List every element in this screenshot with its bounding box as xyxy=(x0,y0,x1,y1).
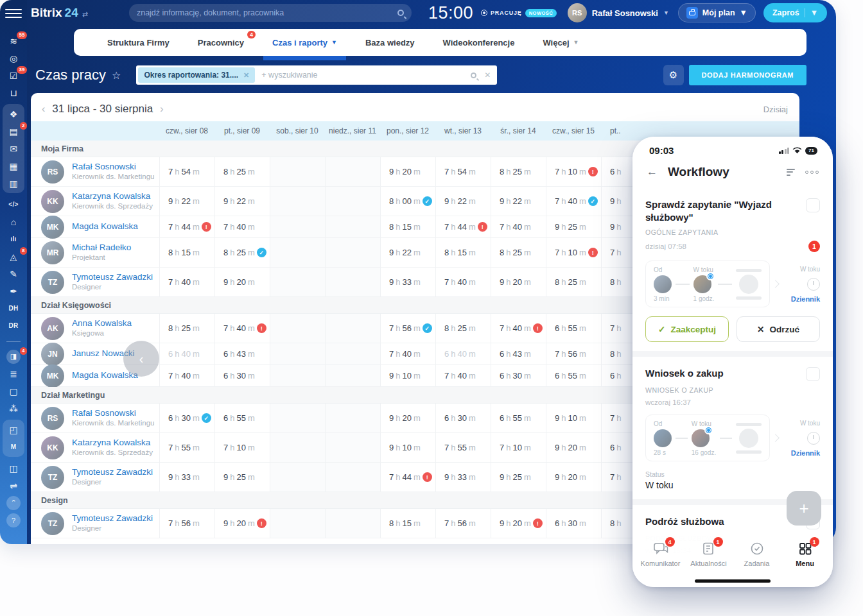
global-search[interactable] xyxy=(129,4,412,22)
sidebar-item-workspace-dr[interactable]: DR xyxy=(4,317,23,334)
workflow-checkbox[interactable] xyxy=(806,367,820,381)
employee-name[interactable]: Magda Kowalska xyxy=(72,221,138,232)
time-cell[interactable]: 7h10m! xyxy=(546,238,601,268)
approved-check-icon[interactable]: ✓ xyxy=(588,196,598,206)
sidebar-item-sites[interactable]: ▤2 xyxy=(4,123,23,140)
employee-cell[interactable]: MKMagda Kowalska xyxy=(31,216,159,238)
time-cell[interactable] xyxy=(325,433,380,463)
sidebar-item-tasks[interactable]: ☑39 xyxy=(4,67,23,84)
sidebar-item-crm[interactable]: ◎ xyxy=(4,49,23,67)
switch-workspace-icon[interactable]: ⇄ xyxy=(82,10,88,19)
violation-alert-icon[interactable]: ! xyxy=(533,323,543,333)
filter-chip[interactable]: Okres raportowania: 31.... ✕ xyxy=(138,67,255,83)
accept-button[interactable]: ✓ Zaakceptuj xyxy=(645,316,729,342)
time-cell[interactable]: 8h25m xyxy=(491,157,546,187)
time-cell[interactable]: 7h54m xyxy=(159,157,214,187)
time-cell[interactable]: 9h33m xyxy=(380,268,435,297)
prev-period-icon[interactable]: ‹ xyxy=(39,103,48,115)
employee-name[interactable]: Katarzyna Kowalska xyxy=(72,438,153,449)
time-cell[interactable]: 9h22m xyxy=(214,187,270,216)
time-cell[interactable] xyxy=(270,314,325,343)
time-cell[interactable]: 7h54m xyxy=(435,157,491,187)
sidebar-item-sign[interactable]: ✒ xyxy=(4,282,23,300)
time-cell[interactable]: 6h55m xyxy=(546,314,601,343)
global-search-input[interactable] xyxy=(137,8,397,17)
sidebar-item-live-feed[interactable]: ≋55 xyxy=(4,32,23,49)
workflow-card[interactable]: Wniosek o zakup WNIOSEK O ZAKUP wczoraj … xyxy=(632,357,833,499)
hamburger-menu-icon[interactable] xyxy=(5,5,22,22)
employee-name[interactable]: Tymoteusz Zawadzki xyxy=(72,513,153,524)
time-cell[interactable] xyxy=(270,463,325,492)
time-cell[interactable] xyxy=(270,509,325,538)
time-cell[interactable]: 9h20m! xyxy=(214,509,270,538)
time-cell[interactable]: 9h10m xyxy=(380,433,435,463)
sidebar-item-contacts[interactable]: ◨4 xyxy=(4,348,23,365)
filter-search-input[interactable] xyxy=(255,71,471,80)
time-cell[interactable] xyxy=(325,314,380,343)
time-cell[interactable]: 8h25m xyxy=(435,314,491,343)
time-cell[interactable]: 7h40m xyxy=(214,216,270,238)
time-cell[interactable]: 7h44m! xyxy=(380,463,435,492)
violation-alert-icon[interactable]: ! xyxy=(588,248,598,257)
time-cell[interactable]: 7h40m xyxy=(159,268,214,297)
time-cell[interactable]: 6h40m xyxy=(159,343,214,365)
sidebar-item-analytics[interactable]: ılı xyxy=(4,230,23,248)
time-cell[interactable]: 6h43m xyxy=(214,343,270,365)
search-icon[interactable] xyxy=(397,10,404,16)
employee-cell[interactable]: MRMichał RadełkoProjektant xyxy=(31,238,159,268)
violation-alert-icon[interactable]: ! xyxy=(257,323,266,333)
time-cell[interactable] xyxy=(270,433,325,463)
violation-alert-icon[interactable]: ! xyxy=(423,472,432,482)
sidebar-item-shop[interactable]: ⊔ xyxy=(4,84,23,101)
time-cell[interactable] xyxy=(270,238,325,268)
time-cell[interactable]: 6h30m xyxy=(491,365,546,387)
sidebar-item-catalog[interactable]: ◰ xyxy=(4,421,23,438)
workflow-card[interactable]: Sprawdź zapytanie "Wyjazd służbowy" OGÓL… xyxy=(632,188,833,351)
violation-alert-icon[interactable]: ! xyxy=(202,222,211,232)
approved-check-icon[interactable]: ✓ xyxy=(202,413,211,423)
time-cell[interactable]: 9h20m xyxy=(380,404,435,433)
collapse-panel-handle[interactable]: ‹ xyxy=(123,341,159,377)
filter-list-icon[interactable] xyxy=(787,169,795,176)
today-link[interactable]: Dzisiaj xyxy=(763,105,788,114)
time-cell[interactable]: 9h20m xyxy=(214,268,270,297)
tab-pracownicy[interactable]: Pracownicy4 xyxy=(184,29,258,56)
tab-czas-i-raporty[interactable]: Czas i raporty▼ xyxy=(258,29,351,56)
workflow-checkbox[interactable] xyxy=(806,198,820,212)
time-cell[interactable] xyxy=(325,157,380,187)
time-cell[interactable] xyxy=(325,343,380,365)
tab-więcej[interactable]: Więcej▼ xyxy=(528,29,593,56)
time-cell[interactable]: 7h44m! xyxy=(435,216,491,238)
time-cell[interactable]: 9h22m xyxy=(159,187,214,216)
time-cell[interactable] xyxy=(270,216,325,238)
sidebar-item-company[interactable]: ⌂ xyxy=(4,213,23,230)
phone-nav-komunikator[interactable]: Komunikator4 xyxy=(640,541,681,587)
sidebar-item-automation[interactable]: ❖ xyxy=(4,105,23,123)
time-cell[interactable] xyxy=(325,187,380,216)
employee-name[interactable]: Tymoteusz Zawadzki xyxy=(72,467,153,478)
time-cell[interactable]: 9h33m xyxy=(159,463,214,492)
time-cell[interactable]: 7h56m xyxy=(159,509,214,538)
sidebar-item-drive[interactable]: ≣ xyxy=(4,365,23,382)
time-cell[interactable]: 8h15m xyxy=(159,238,214,268)
time-cell[interactable]: 7h40m! xyxy=(214,314,270,343)
time-cell[interactable]: 8h15m xyxy=(435,238,491,268)
time-cell[interactable]: 7h44m! xyxy=(159,216,214,238)
employee-name[interactable]: Tymoteusz Zawadzki xyxy=(72,272,153,283)
add-fab-button[interactable]: + xyxy=(787,491,821,526)
time-cell[interactable]: 9h25m xyxy=(546,216,601,238)
employee-cell[interactable]: RSRafał SosnowskiKierownik ds. Marketing… xyxy=(31,404,159,433)
employee-cell[interactable]: KKKatarzyna KowalskaKierownik ds. Sprzed… xyxy=(31,187,159,216)
time-cell[interactable]: 7h40m xyxy=(435,268,491,297)
time-cell[interactable]: 8h15m xyxy=(380,216,435,238)
sidebar-item-help[interactable]: ? xyxy=(4,511,23,529)
favorite-star-icon[interactable]: ☆ xyxy=(112,69,121,81)
tab-wideokonferencje[interactable]: Wideokonferencje xyxy=(429,29,529,56)
time-cell[interactable] xyxy=(325,365,380,387)
time-cell[interactable] xyxy=(270,343,325,365)
employee-cell[interactable]: TZTymoteusz ZawadzkiDesigner xyxy=(31,463,159,492)
time-cell[interactable]: 7h55m xyxy=(159,433,214,463)
sidebar-item-marketing[interactable]: M xyxy=(4,438,23,456)
sidebar-item-settings-sliders[interactable]: ⇌ xyxy=(4,477,23,494)
remove-chip-icon[interactable]: ✕ xyxy=(243,71,249,80)
